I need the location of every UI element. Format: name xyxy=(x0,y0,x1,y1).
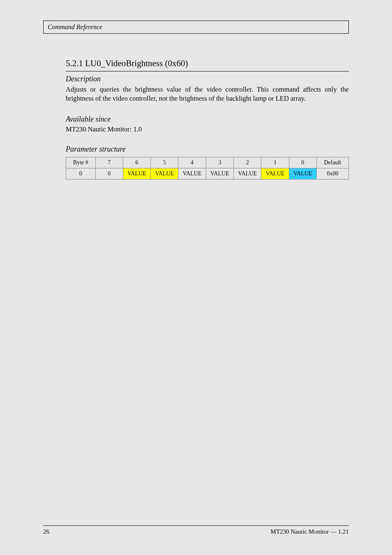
th-7: 7 xyxy=(95,157,123,168)
th-byte: Byte # xyxy=(66,157,96,168)
cell-default: 0x00 xyxy=(316,168,348,179)
th-5: 5 xyxy=(151,157,178,168)
footer-doc: MT230 Nautic Monitor — 1.21 xyxy=(271,528,349,535)
cell-b5: VALUE xyxy=(151,168,178,179)
cell-b4: VALUE xyxy=(178,168,206,179)
th-2: 2 xyxy=(234,157,261,168)
cell-b6: VALUE xyxy=(123,168,150,179)
th-0: 0 xyxy=(289,157,316,168)
cell-b7: 0 xyxy=(95,168,123,179)
th-1: 1 xyxy=(261,157,289,168)
cell-b3: VALUE xyxy=(206,168,233,179)
header-title: Command Reference xyxy=(48,23,102,30)
description-text: Adjusts or queries the brightness value … xyxy=(66,85,349,104)
footer-page: 26 xyxy=(43,528,49,535)
description-label: Description xyxy=(66,75,349,83)
section-number: 5.2.1 xyxy=(66,58,83,68)
header-box: Command Reference xyxy=(43,21,349,34)
param-label: Parameter structure xyxy=(66,145,349,154)
th-4: 4 xyxy=(178,157,206,168)
since-text: MT230 Nautic Monitor: 1.0 xyxy=(66,125,349,134)
th-3: 3 xyxy=(206,157,233,168)
section-divider xyxy=(66,71,349,71)
since-label: Available since xyxy=(66,115,349,124)
th-6: 6 xyxy=(123,157,150,168)
cell-b2: VALUE xyxy=(234,168,261,179)
cell-byte: 0 xyxy=(66,168,96,179)
th-default: Default xyxy=(316,157,348,168)
param-table: Byte # 7 6 5 4 3 2 1 0 Default 0 0 VALUE xyxy=(66,157,349,180)
cell-b0: VALUE xyxy=(289,168,316,179)
section-name: LU0_VideoBrightness (0x60) xyxy=(85,58,188,68)
table-header-row: Byte # 7 6 5 4 3 2 1 0 Default xyxy=(66,157,349,168)
cell-b1: VALUE xyxy=(261,168,289,179)
footer: 26 MT230 Nautic Monitor — 1.21 xyxy=(43,525,349,535)
table-row: 0 0 VALUE VALUE VALUE VALUE VALUE VALUE … xyxy=(66,168,349,179)
section-title: 5.2.1 LU0_VideoBrightness (0x60) xyxy=(66,58,349,69)
